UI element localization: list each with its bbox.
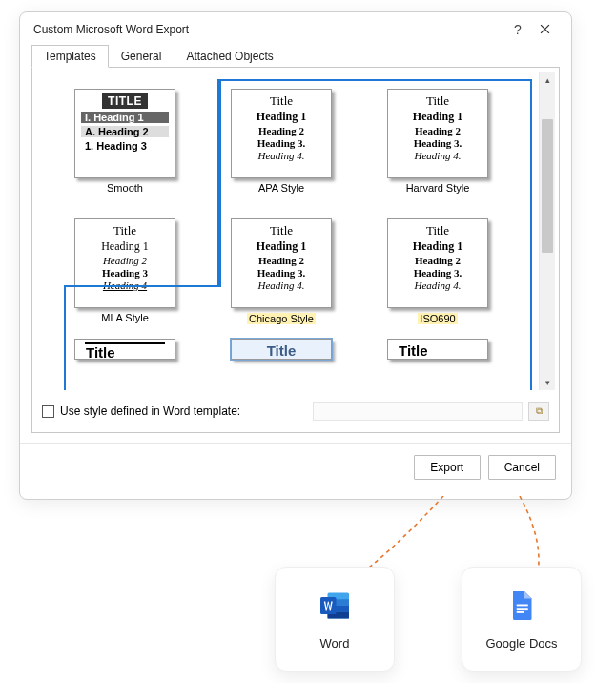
tab-attached-objects[interactable]: Attached Objects (174, 45, 285, 68)
titlebar: Custom Microsoft Word Export ? (20, 12, 571, 45)
preview-title: Title (270, 223, 293, 238)
svg-rect-6 (517, 608, 528, 610)
template-label: Harvard Style (385, 182, 490, 194)
preview-h3: 1. Heading 3 (81, 140, 169, 152)
preview-title: Title (426, 223, 449, 238)
template-label: ISO690 (418, 313, 457, 324)
preview-h2: Heading 2 (415, 255, 461, 266)
template-item-partial[interactable]: Title (229, 339, 334, 363)
preview-h3: Heading 3 (102, 267, 148, 279)
word-icon (318, 589, 352, 623)
template-gallery: TITLE I. Heading 1 A. Heading 2 1. Headi… (38, 72, 539, 390)
preview-h2: Heading 2 (415, 125, 461, 136)
template-item-chicago[interactable]: Title Heading 1 Heading 2 Heading 3. Hea… (229, 218, 334, 325)
preview-title: Title (426, 93, 449, 109)
destination-google-docs: Google Docs (462, 567, 582, 672)
close-icon (540, 24, 550, 34)
use-template-row: Use style defined in Word template: ⧉ (32, 394, 559, 432)
browse-button[interactable]: ⧉ (528, 402, 549, 421)
preview-title: Title (266, 342, 298, 359)
scroll-up-icon[interactable]: ▴ (540, 72, 555, 88)
preview-h4: Heading 4. (415, 279, 462, 291)
preview-h1: Heading 1 (413, 110, 462, 124)
preview-title: TITLE (102, 93, 148, 109)
template-label: Smooth (72, 182, 177, 194)
export-dialog: Custom Microsoft Word Export ? Templates… (19, 11, 572, 500)
template-label: MLA Style (72, 312, 177, 323)
close-button[interactable] (531, 22, 558, 37)
preview-h1: Heading 1 (413, 239, 462, 254)
preview-h3: Heading 3. (257, 137, 306, 149)
template-path-input[interactable] (313, 402, 523, 421)
preview-h4: Heading 4. (258, 279, 305, 291)
preview-h3: Heading 3. (414, 137, 462, 149)
dialog-title: Custom Microsoft Word Export (33, 23, 504, 36)
cancel-button[interactable]: Cancel (488, 455, 556, 480)
preview-h4: Heading 4 (103, 279, 147, 291)
help-button[interactable]: ? (504, 22, 531, 37)
tab-general[interactable]: General (109, 45, 175, 68)
svg-rect-7 (517, 611, 524, 613)
preview-h3: Heading 3. (257, 267, 306, 279)
preview-h2: Heading 2 (258, 125, 304, 136)
destination-word: Word (275, 567, 395, 672)
template-label: APA Style (229, 182, 334, 194)
preview-h1: Heading 1 (257, 110, 306, 124)
template-item-iso690[interactable]: Title Heading 1 Heading 2 Heading 3. Hea… (385, 218, 490, 325)
dialog-buttons: Export Cancel (20, 444, 571, 499)
preview-title: Title (85, 342, 165, 360)
preview-title: Title (113, 223, 136, 238)
destination-label: Word (320, 636, 350, 651)
folder-icon: ⧉ (536, 405, 543, 417)
preview-h4: Heading 4. (258, 150, 305, 161)
tab-templates[interactable]: Templates (31, 45, 109, 68)
template-item-harvard[interactable]: Title Heading 1 Heading 2 Heading 3. Hea… (385, 89, 490, 194)
template-item-apa[interactable]: Title Heading 1 Heading 2 Heading 3. Hea… (229, 89, 334, 194)
template-item-partial[interactable]: Title (72, 339, 177, 363)
scroll-down-icon[interactable]: ▾ (540, 374, 555, 390)
preview-h1: Heading 1 (257, 239, 306, 254)
template-label: Chicago Style (247, 313, 316, 324)
export-button[interactable]: Export (414, 455, 481, 480)
google-docs-icon (504, 589, 539, 623)
preview-h4: Heading 4. (415, 150, 462, 161)
tab-strip: Templates General Attached Objects (20, 45, 571, 68)
preview-h2: Heading 2 (258, 255, 304, 266)
preview-h2: Heading 2 (103, 255, 147, 266)
template-item-smooth[interactable]: TITLE I. Heading 1 A. Heading 2 1. Headi… (72, 89, 177, 194)
scroll-thumb[interactable] (542, 119, 553, 253)
preview-h3: Heading 3. (414, 267, 462, 279)
svg-rect-4 (320, 597, 337, 614)
destination-label: Google Docs (485, 636, 557, 651)
template-item-mla[interactable]: Title Heading 1 Heading 2 Heading 3 Head… (72, 218, 177, 325)
svg-rect-5 (517, 604, 528, 606)
preview-h1: I. Heading 1 (81, 112, 169, 123)
use-style-label: Use style defined in Word template: (60, 404, 240, 418)
gallery-scrollbar[interactable]: ▴ ▾ (539, 72, 555, 390)
use-style-checkbox[interactable] (42, 405, 54, 418)
preview-title: Title (270, 93, 293, 109)
preview-title: Title (398, 342, 478, 359)
template-item-partial[interactable]: Title (385, 339, 490, 363)
preview-h2: A. Heading 2 (81, 126, 169, 137)
tab-content: TITLE I. Heading 1 A. Heading 2 1. Headi… (31, 67, 560, 433)
preview-h1: Heading 1 (101, 239, 149, 254)
